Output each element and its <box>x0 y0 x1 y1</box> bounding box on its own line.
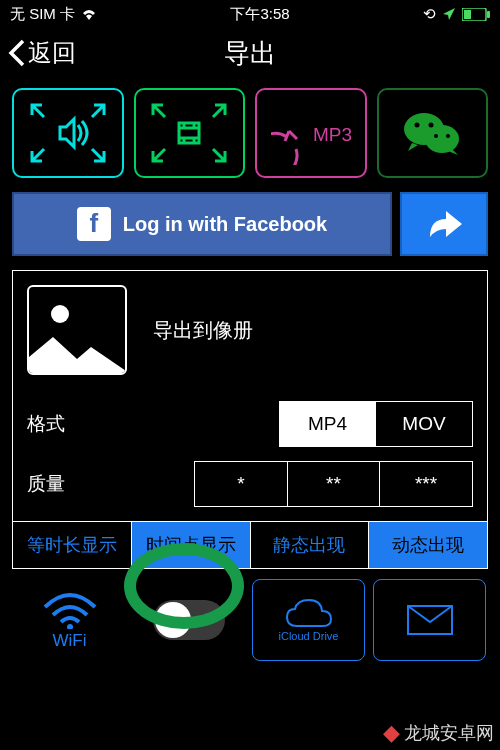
back-label: 返回 <box>28 37 76 69</box>
status-bar: 无 SIM 卡 下午3:58 ⟲ <box>0 0 500 28</box>
export-panel: 导出到像册 格式 MP4 MOV 质量 * ** *** 等时长显示 时间点显示… <box>12 270 488 569</box>
svg-text:MP3: MP3 <box>313 124 351 145</box>
icloud-button[interactable]: iCloud Drive <box>252 579 365 661</box>
format-label: 格式 <box>27 411 99 437</box>
share-arrow-icon <box>424 207 464 241</box>
wifi-icon <box>81 8 97 20</box>
svg-point-17 <box>67 624 73 629</box>
display-mode-row: 等时长显示 时间点显示 静态出现 动态出现 <box>13 521 487 568</box>
svg-point-16 <box>446 134 450 138</box>
quality-low-button[interactable]: * <box>194 461 288 507</box>
email-icon <box>406 604 454 636</box>
facebook-icon: f <box>77 207 111 241</box>
expand-audio-icon <box>28 101 108 165</box>
format-segment: MP4 MOV <box>280 401 473 447</box>
status-time: 下午3:58 <box>230 5 289 24</box>
quality-high-button[interactable]: *** <box>379 461 473 507</box>
mode-timepoint[interactable]: 时间点显示 <box>132 522 251 568</box>
expand-video-icon <box>149 101 229 165</box>
page-title: 导出 <box>224 36 276 71</box>
toggle-switch[interactable] <box>153 600 225 640</box>
audio-fullscreen-tile[interactable] <box>12 88 124 178</box>
orientation-lock-icon: ⟲ <box>423 5 436 23</box>
album-thumbnail[interactable] <box>27 285 127 375</box>
quality-mid-button[interactable]: ** <box>287 461 381 507</box>
svg-point-14 <box>429 123 434 128</box>
svg-rect-3 <box>179 123 199 143</box>
wifi-large-icon <box>41 589 99 629</box>
facebook-login-button[interactable]: f Log in with Facebook <box>12 192 392 256</box>
wifi-label: WiFi <box>53 631 87 651</box>
share-button[interactable] <box>400 192 488 256</box>
mode-equal-duration[interactable]: 等时长显示 <box>13 522 132 568</box>
mode-dynamic[interactable]: 动态出现 <box>369 522 487 568</box>
svg-point-13 <box>415 123 420 128</box>
format-mov-button[interactable]: MOV <box>375 401 473 447</box>
mode-static[interactable]: 静态出现 <box>251 522 370 568</box>
mp3-tile[interactable]: MP3 <box>255 88 367 178</box>
nav-bar: 返回 导出 <box>0 28 500 78</box>
wechat-tile[interactable] <box>377 88 489 178</box>
format-mp4-button[interactable]: MP4 <box>279 401 377 447</box>
back-button[interactable]: 返回 <box>8 37 76 69</box>
watermark-text: 龙城安卓网 <box>404 721 494 745</box>
svg-point-12 <box>425 125 459 153</box>
quality-label: 质量 <box>27 471 99 497</box>
video-fullscreen-tile[interactable] <box>134 88 246 178</box>
quality-segment: * ** *** <box>196 461 474 507</box>
toggle-knob <box>155 602 191 638</box>
export-format-row: MP3 <box>12 88 488 178</box>
icloud-label: iCloud Drive <box>279 630 339 642</box>
icloud-icon <box>285 598 333 628</box>
wifi-button[interactable]: WiFi <box>14 579 125 661</box>
watermark: ◆ 龙城安卓网 <box>383 720 494 746</box>
wechat-icon <box>400 107 464 159</box>
bottom-row: WiFi iCloud Drive <box>12 579 488 661</box>
battery-icon <box>462 8 490 21</box>
svg-rect-2 <box>487 11 490 18</box>
mp3-icon: MP3 <box>271 101 351 165</box>
facebook-label: Log in with Facebook <box>123 213 327 236</box>
location-icon <box>442 7 456 21</box>
svg-point-15 <box>434 134 438 138</box>
watermark-logo-icon: ◆ <box>383 720 400 746</box>
export-album-label: 导出到像册 <box>153 317 253 344</box>
chevron-left-icon <box>8 39 26 67</box>
sim-status: 无 SIM 卡 <box>10 5 75 24</box>
email-button[interactable] <box>373 579 486 661</box>
svg-rect-1 <box>464 10 471 19</box>
